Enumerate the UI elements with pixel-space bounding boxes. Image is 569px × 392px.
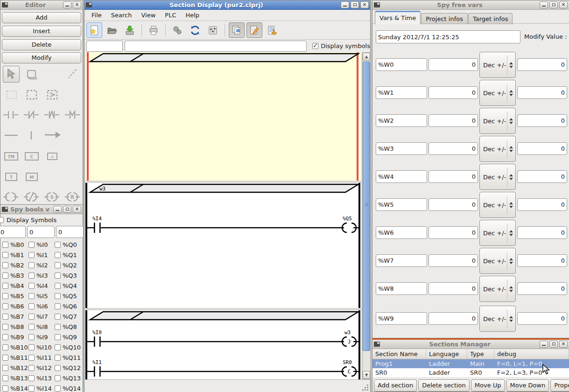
coil-reset-tool-icon[interactable]: R bbox=[64, 191, 81, 203]
bool-checkbox-i9[interactable] bbox=[28, 334, 35, 340]
var-value-field[interactable]: 0 bbox=[429, 86, 478, 99]
compare-tool-icon[interactable]: > bbox=[46, 152, 58, 161]
bool-checkbox-b0[interactable] bbox=[2, 242, 8, 248]
editor-titlebar[interactable]: Editor × bbox=[0, 0, 83, 10]
display-mode-combo[interactable]: Dec +/- bbox=[479, 276, 516, 302]
bool-checkbox-b13[interactable] bbox=[2, 375, 8, 381]
modify-pointer-icon[interactable] bbox=[264, 22, 280, 38]
spinner-arrows-icon[interactable] bbox=[507, 258, 515, 264]
var-value-field[interactable]: 0 bbox=[429, 226, 478, 239]
close-button[interactable]: × bbox=[559, 1, 568, 8]
bool-checkbox-q4[interactable] bbox=[55, 283, 61, 289]
minimize-button[interactable] bbox=[540, 341, 548, 348]
bool-checkbox-i7[interactable] bbox=[28, 314, 35, 320]
bool-checkbox-b9[interactable] bbox=[2, 334, 8, 340]
var-name-input[interactable]: %W3 bbox=[376, 142, 427, 155]
section-display-titlebar[interactable]: Section Display (pur2.clprj) × bbox=[84, 0, 370, 10]
display-mode-combo[interactable]: Dec +/- bbox=[479, 108, 516, 134]
edit-mode-icon[interactable] bbox=[246, 22, 262, 38]
var-value-field[interactable]: 0 bbox=[429, 282, 478, 295]
contact-falling-edge-icon[interactable] bbox=[64, 109, 81, 121]
window-menu-icon[interactable] bbox=[2, 207, 8, 212]
monostable-tool-icon[interactable]: M bbox=[25, 171, 39, 182]
modify-value-input[interactable]: 0 bbox=[517, 226, 567, 239]
print-icon[interactable] bbox=[146, 22, 162, 38]
display-symbols-checkbox[interactable] bbox=[0, 217, 4, 223]
modify-value-input[interactable]: 0 bbox=[517, 86, 567, 99]
move-up-button[interactable]: Move Up bbox=[471, 379, 505, 392]
bool-checkbox-q13[interactable] bbox=[55, 375, 61, 381]
spinner-arrows-icon[interactable] bbox=[507, 174, 515, 180]
delete-button[interactable]: Delete bbox=[2, 39, 81, 50]
bool-checkbox-i2[interactable] bbox=[28, 262, 35, 268]
rung-comment-input[interactable] bbox=[125, 41, 307, 52]
bool-checkbox-q2[interactable] bbox=[55, 262, 61, 268]
close-button[interactable]: × bbox=[559, 341, 568, 348]
bool-checkbox-q3[interactable] bbox=[55, 273, 61, 279]
bool-checkbox-i14[interactable] bbox=[28, 385, 35, 392]
bool-checkbox-i1[interactable] bbox=[28, 252, 35, 258]
window-menu-icon[interactable] bbox=[86, 2, 92, 7]
bool-checkbox-q5[interactable] bbox=[55, 293, 61, 299]
column-language[interactable]: Language bbox=[426, 349, 467, 359]
modify-value-input[interactable]: 0 bbox=[517, 58, 567, 71]
display-mode-combo[interactable]: Dec +/- bbox=[479, 136, 516, 162]
new-file-icon[interactable] bbox=[86, 22, 102, 38]
maximize-button[interactable] bbox=[351, 1, 359, 8]
contact-open-icon[interactable] bbox=[2, 109, 19, 121]
bool-checkbox-q11[interactable] bbox=[55, 355, 61, 361]
var-name-input[interactable]: %W1 bbox=[376, 86, 427, 99]
rung-w3[interactable]: w3 %I4 %Q5 bbox=[85, 183, 361, 308]
display-mode-combo[interactable]: Dec +/- bbox=[479, 220, 516, 246]
ladder-view[interactable]: w3 %I4 %Q5 bbox=[85, 52, 362, 379]
modify-button[interactable]: Modify bbox=[2, 52, 81, 63]
pointer-tool-icon[interactable] bbox=[3, 66, 20, 83]
section-row-prog1[interactable]: Prog1LadderMainF=0, L=1, P=0 bbox=[372, 359, 569, 368]
sections-manager-titlebar[interactable]: Sections Manager × bbox=[372, 340, 569, 349]
coil-not-tool-icon[interactable] bbox=[23, 191, 40, 203]
rung-number-input[interactable] bbox=[86, 41, 123, 52]
var-name-input[interactable]: %W2 bbox=[376, 114, 427, 127]
var-name-input[interactable]: %W4 bbox=[376, 170, 427, 183]
bool-checkbox-q10[interactable] bbox=[55, 344, 61, 350]
maximize-button[interactable] bbox=[63, 206, 71, 213]
bool-checkbox-i8[interactable] bbox=[28, 324, 35, 330]
bool-checkbox-q8[interactable] bbox=[55, 324, 61, 330]
bool-checkbox-i12[interactable] bbox=[28, 365, 35, 371]
display-mode-combo[interactable]: Dec +/- bbox=[479, 52, 516, 78]
bool-checkbox-b14[interactable] bbox=[2, 385, 8, 392]
bool-checkbox-b4[interactable] bbox=[2, 283, 8, 289]
var-value-field[interactable]: 0 bbox=[429, 312, 478, 325]
timer-monostable-tool-icon[interactable]: TM bbox=[3, 151, 19, 162]
close-button[interactable]: × bbox=[73, 1, 81, 8]
config-gears-icon[interactable] bbox=[169, 22, 185, 38]
insert-button[interactable]: Insert bbox=[2, 26, 81, 37]
block-arrow-tool-icon[interactable] bbox=[45, 88, 59, 101]
maximize-button[interactable] bbox=[549, 341, 558, 348]
menu-file[interactable]: File bbox=[87, 11, 106, 20]
bool-checkbox-q6[interactable] bbox=[55, 303, 61, 309]
var-name-input[interactable]: %W8 bbox=[376, 282, 427, 295]
display-mode-combo[interactable]: Dec +/- bbox=[479, 192, 516, 218]
menu-search[interactable]: Search bbox=[107, 11, 136, 20]
vertical-line-tool-icon[interactable] bbox=[27, 129, 36, 141]
var-name-input[interactable]: %W7 bbox=[376, 254, 427, 267]
save-icon[interactable] bbox=[122, 22, 138, 38]
bool-checkbox-b6[interactable] bbox=[2, 303, 8, 309]
scrollbar-thumb[interactable] bbox=[363, 62, 370, 351]
menu-plc[interactable]: PLC bbox=[161, 11, 180, 20]
add-button[interactable]: Add bbox=[2, 12, 81, 23]
bool-checkbox-i13[interactable] bbox=[28, 375, 35, 381]
bool-checkbox-q7[interactable] bbox=[55, 314, 61, 320]
bool-checkbox-q14[interactable] bbox=[55, 385, 61, 392]
counter-tool-icon[interactable]: C bbox=[24, 151, 40, 162]
bool-checkbox-b1[interactable] bbox=[2, 252, 8, 258]
timer-tool-icon[interactable]: T bbox=[4, 171, 18, 182]
datetime-field[interactable]: Sunday 2012/7/1 12:25:25 bbox=[376, 30, 520, 43]
spy-free-vars-titlebar[interactable]: Spy free vars × bbox=[372, 0, 569, 10]
bools-offset-input-2[interactable]: 0 bbox=[27, 226, 55, 238]
bool-checkbox-b2[interactable] bbox=[2, 262, 8, 268]
contact-rising-edge-icon[interactable] bbox=[43, 109, 60, 121]
spinner-arrows-icon[interactable] bbox=[507, 230, 515, 236]
bool-checkbox-i6[interactable] bbox=[28, 303, 35, 309]
